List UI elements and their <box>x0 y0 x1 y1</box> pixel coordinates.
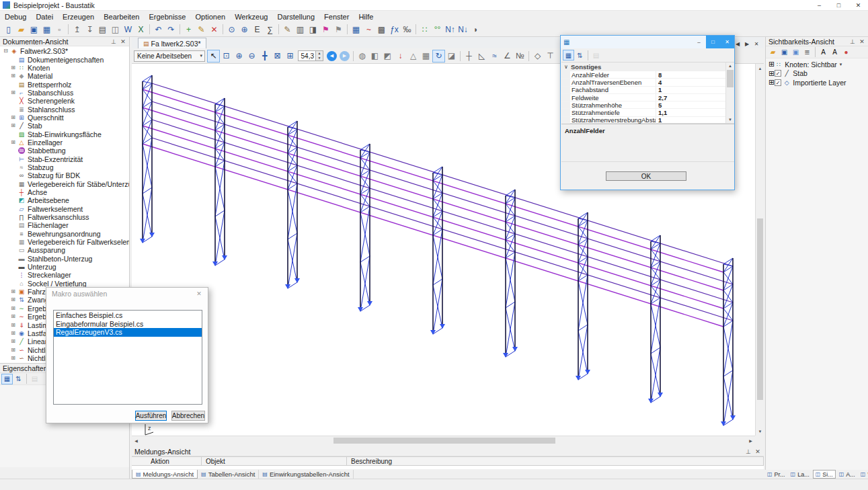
delete-item-icon[interactable]: ✕ <box>208 23 221 36</box>
tree-item[interactable]: ▦Verlegebereich für Faltwerkselemente <box>0 238 129 246</box>
autohide-tab[interactable]: ◫La... <box>789 470 812 479</box>
font-small-icon[interactable]: A <box>829 47 840 58</box>
n-up-icon[interactable]: N↑ <box>444 23 457 36</box>
property-row[interactable]: Stützrahmentiefe1,1 <box>561 109 725 116</box>
excel-export-icon[interactable]: X <box>134 23 147 36</box>
tree-item[interactable]: ⋮Streckenlager <box>0 271 129 279</box>
menu-optionen[interactable]: Optionen <box>190 11 230 22</box>
pin-icon[interactable]: ⊥ <box>848 38 857 45</box>
export-icon[interactable]: ↥ <box>71 23 83 36</box>
render-mode-icon[interactable]: ◩ <box>381 50 394 63</box>
visibility-item[interactable]: ⊞∷Knoten: Sichtbar▾ <box>766 60 868 69</box>
tree-item[interactable]: ≈Stabzug <box>0 163 129 171</box>
maximize-button[interactable]: □ <box>829 0 849 11</box>
scroll-up-icon[interactable]: ▲ <box>756 64 764 73</box>
visibility-checkbox[interactable]: ✓ <box>775 79 781 86</box>
expand-icon[interactable]: ⊞ <box>768 78 775 87</box>
property-row[interactable]: Stützrahmenhöhe5 <box>561 101 725 109</box>
column-header[interactable]: Beschreibung <box>347 457 764 465</box>
horizontal-scrollbar[interactable]: ◀ ▶ <box>132 436 755 444</box>
show-supports-icon[interactable]: △ <box>407 50 420 63</box>
coordinate-system-icon[interactable]: ┼ <box>463 50 475 63</box>
zoom-stepper[interactable]: ▲ ▼ <box>316 50 323 61</box>
tree-item[interactable]: ⊞∷Knoten <box>0 64 129 72</box>
tree-item[interactable]: ♒Stabbettung <box>0 147 129 155</box>
tree-item[interactable]: ▭Aussparung <box>0 246 129 254</box>
measure-icon[interactable]: ◺ <box>475 50 488 63</box>
expand-icon[interactable]: ⊞ <box>10 296 16 303</box>
menu-darstellung[interactable]: Darstellung <box>272 11 319 22</box>
new-document-icon[interactable]: ▯ <box>2 23 15 36</box>
close-icon[interactable]: ✕ <box>118 38 128 45</box>
zoom-document-icon[interactable]: ⊕ <box>238 23 251 36</box>
property-row[interactable]: Fachabstand1 <box>561 87 725 94</box>
permille-icon[interactable]: ‰ <box>401 23 413 36</box>
property-row[interactable]: AnzahlTraversenEbenen4 <box>561 79 725 86</box>
autohide-tab[interactable]: ◫Pr... <box>765 470 787 479</box>
zoom-window-icon[interactable]: ⊡ <box>220 50 233 63</box>
fx-function-icon[interactable]: ƒx <box>388 23 401 36</box>
folder-icon[interactable]: ▰ <box>767 47 779 58</box>
property-value[interactable]: 4 <box>656 79 725 86</box>
select-tool-icon[interactable]: ↖ <box>207 50 220 63</box>
expand-icon[interactable]: ⊞ <box>10 330 16 337</box>
pan-icon[interactable]: ╋ <box>258 50 271 63</box>
pin-icon[interactable]: ⊥ <box>109 38 118 45</box>
menu-fenster[interactable]: Fenster <box>319 11 354 22</box>
expand-icon[interactable]: ⊞ <box>10 65 16 71</box>
expand-icon[interactable]: ⊞ <box>768 69 775 78</box>
close-button[interactable]: ✕ <box>849 0 868 11</box>
menu-erzeugen[interactable]: Erzeugen <box>58 11 99 22</box>
tree-item[interactable]: ▬Stahlbeton-Unterzug <box>0 255 129 263</box>
zoom-value-input[interactable]: 54,3 <box>298 50 316 61</box>
categorized-icon[interactable]: ▦ <box>1 374 13 384</box>
tree-item[interactable]: ≡Bewehrungsanordnung <box>0 230 129 238</box>
expand-icon[interactable]: ⊞ <box>10 73 16 79</box>
zoom-out-icon[interactable]: ⊖ <box>245 50 258 63</box>
show-loads-icon[interactable]: ↓ <box>394 50 407 63</box>
zoom-selection-icon[interactable]: ⊞ <box>284 50 297 63</box>
tree-item[interactable]: ≣Stahlanschluss <box>0 105 129 113</box>
tree-item[interactable]: ▨Stab-Einwirkungsfläche <box>0 130 129 138</box>
view-iso-icon[interactable]: ◇ <box>531 50 544 63</box>
minimize-button[interactable]: – <box>810 0 829 11</box>
tree-item[interactable]: ⊞╱Stab <box>0 122 129 130</box>
scroll-thumb[interactable] <box>333 438 555 444</box>
tree-item[interactable]: ▦Verlegebereich für Stäbe/Unterzüge <box>0 180 129 188</box>
run-button[interactable]: Ausführen <box>135 411 167 421</box>
visibility-sphere-icon[interactable]: ◍ <box>356 50 368 63</box>
tree-item[interactable]: ╳Scherengelenk <box>0 97 129 105</box>
close-icon[interactable]: ✕ <box>190 290 208 297</box>
property-row[interactable]: AnzahlFelder8 <box>561 71 725 79</box>
tree-item[interactable]: ∏Faltwerksanschluss <box>0 213 129 221</box>
word-export-icon[interactable]: W <box>122 23 134 36</box>
workplane-combo[interactable]: Keine Arbeitseben ▾ <box>134 50 205 62</box>
screen-layout-icon[interactable]: ▥ <box>294 23 307 36</box>
save-edit-icon[interactable]: ▣ <box>790 47 801 58</box>
column-header[interactable]: Objekt <box>202 457 347 465</box>
scroll-up-icon[interactable]: ▲ <box>726 63 734 69</box>
macro-list[interactable]: Einfaches Beispiel.csEingabeformular Bei… <box>53 310 202 405</box>
scroll-right-icon[interactable]: ▶ <box>746 436 755 445</box>
expand-icon[interactable]: ⊞ <box>10 114 16 121</box>
save-icon[interactable]: ▣ <box>779 47 790 58</box>
bottom-tab[interactable]: ▤Einwirkungstabellen-Ansicht <box>259 470 353 479</box>
flag-pink-icon[interactable]: ⚑ <box>319 23 332 36</box>
property-value[interactable]: 8 <box>656 71 725 79</box>
property-value[interactable]: 5 <box>656 101 725 109</box>
visibility-checkbox[interactable]: ✓ <box>775 70 781 77</box>
undo-icon[interactable]: ↶ <box>152 23 165 36</box>
tree-item[interactable]: ⊞◆Material <box>0 72 129 80</box>
autohide-tab[interactable]: ◫A... <box>837 470 857 479</box>
redo-icon[interactable]: ↷ <box>165 23 177 36</box>
workplane-icon[interactable]: ◪ <box>445 50 458 63</box>
tab-scroll-right-icon[interactable]: ▶ <box>742 40 752 48</box>
tree-item[interactable]: ▤Dokumenteigenschaften <box>0 55 129 63</box>
tree-item[interactable]: ▬Unterzug <box>0 263 129 271</box>
menu-debug[interactable]: Debug <box>0 11 31 22</box>
screen-split-icon[interactable]: ◨ <box>307 23 319 36</box>
calculator-icon[interactable]: ▩ <box>375 23 388 36</box>
bottom-tab[interactable]: ▤Meldungs-Ansicht <box>132 470 198 479</box>
menu-werkzeug[interactable]: Werkzeug <box>230 11 272 22</box>
flag-gray-icon[interactable]: ⚑ <box>332 23 345 36</box>
